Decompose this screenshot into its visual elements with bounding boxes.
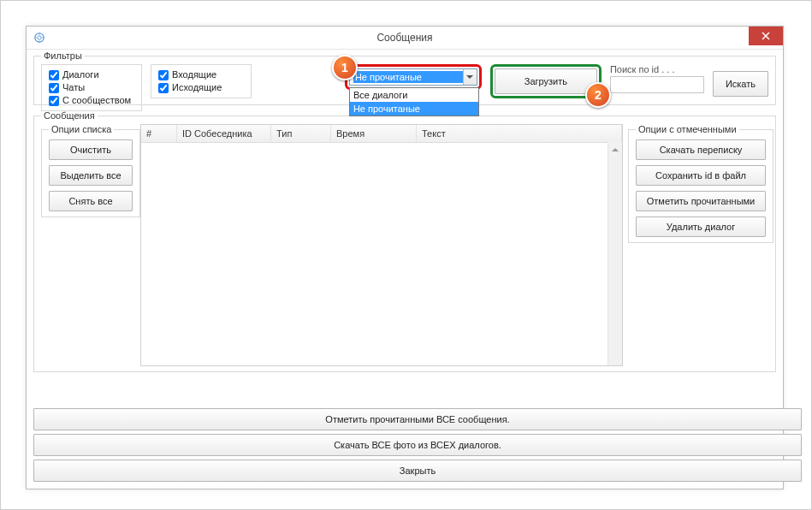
checkbox-incoming[interactable]: Входящие	[158, 68, 244, 81]
table-body	[141, 143, 622, 365]
mark-all-read-button[interactable]: Отметить прочитанными ВСЕ сообщения.	[33, 408, 802, 430]
app-window: Сообщения Фильтры Диалоги Чаты С сообщес…	[26, 26, 784, 489]
scrollbar[interactable]	[608, 142, 622, 365]
col-text[interactable]: Текст	[417, 125, 622, 142]
download-all-photos-button[interactable]: Скачать ВСЕ фото из ВСЕХ диалогов.	[33, 434, 802, 456]
select-all-button[interactable]: Выделить все	[49, 165, 133, 186]
messages-table[interactable]: # ID Собеседника Тип Время Текст	[140, 124, 623, 366]
col-type[interactable]: Тип	[271, 125, 331, 142]
dropdown-option[interactable]: Все диалоги	[350, 88, 478, 102]
filters-fieldset: Фильтры Диалоги Чаты С сообществом Входя…	[33, 50, 776, 105]
table-header: # ID Собеседника Тип Время Текст	[141, 125, 622, 143]
titlebar: Сообщения	[27, 27, 783, 50]
search-label: Поиск по id . . .	[610, 64, 704, 74]
delete-dialog-button[interactable]: Удалить диалог	[636, 216, 766, 237]
marked-options-legend: Опции с отмеченными	[636, 124, 739, 134]
filter-group-direction: Входящие Исходящие	[151, 64, 252, 98]
marked-options-column: Опции с отмеченными Скачать переписку Со…	[628, 124, 768, 366]
clear-button[interactable]: Очистить	[49, 139, 133, 160]
scroll-up-icon[interactable]	[608, 142, 622, 156]
filter-dropdown-highlight: Не прочитаные Все диалоги Не прочитаные …	[345, 64, 482, 90]
load-button-highlight: Загрузить 2	[490, 64, 602, 98]
search-button[interactable]: Искать	[713, 71, 768, 97]
load-button[interactable]: Загрузить	[495, 68, 597, 94]
step-badge-2: 2	[585, 82, 611, 108]
marked-options-fieldset: Опции с отмеченными Скачать переписку Со…	[628, 124, 773, 243]
svg-point-1	[38, 36, 41, 39]
bottom-buttons: Отметить прочитанными ВСЕ сообщения. Ска…	[33, 408, 776, 482]
chevron-down-icon	[463, 69, 477, 85]
dropdown-option[interactable]: Не прочитаные	[350, 102, 478, 116]
window-title: Сообщения	[27, 32, 783, 44]
checkbox-community[interactable]: С сообществом	[49, 94, 134, 107]
messages-legend: Сообщения	[41, 110, 98, 121]
close-icon	[762, 32, 770, 40]
list-options-column: Опции списка Очистить Выделить все Снять…	[41, 124, 135, 366]
col-num[interactable]: #	[141, 125, 177, 142]
list-options-legend: Опции списка	[49, 124, 114, 134]
filter-dropdown[interactable]: Не прочитаные	[349, 68, 477, 86]
dropdown-list: Все диалоги Не прочитаные	[349, 87, 479, 116]
mark-read-button[interactable]: Отметить прочитанными	[636, 191, 766, 211]
checkbox-dialogs[interactable]: Диалоги	[49, 68, 134, 81]
checkbox-chats[interactable]: Чаты	[49, 81, 134, 94]
checkbox-outgoing[interactable]: Исходящие	[158, 81, 244, 94]
step-badge-1: 1	[332, 55, 358, 80]
col-id[interactable]: ID Собеседника	[177, 125, 271, 142]
download-conversation-button[interactable]: Скачать переписку	[636, 139, 766, 160]
deselect-all-button[interactable]: Снять все	[49, 191, 133, 211]
list-options-fieldset: Опции списка Очистить Выделить все Снять…	[41, 124, 140, 217]
filter-group-types: Диалоги Чаты С сообществом	[41, 64, 142, 111]
col-time[interactable]: Время	[331, 125, 417, 142]
close-dialog-button[interactable]: Закрыть	[33, 460, 802, 482]
save-id-button[interactable]: Сохранить id в файл	[636, 165, 766, 186]
filters-legend: Фильтры	[41, 50, 85, 61]
dropdown-selected: Не прочитаные	[353, 71, 463, 83]
app-icon	[33, 32, 45, 44]
search-input[interactable]	[610, 76, 704, 93]
screenshot-frame: Сообщения Фильтры Диалоги Чаты С сообщес…	[0, 0, 812, 510]
search-group: Поиск по id . . .	[610, 64, 704, 93]
close-button[interactable]	[749, 27, 783, 45]
messages-fieldset: Сообщения Опции списка Очистить Выделить…	[33, 110, 776, 372]
